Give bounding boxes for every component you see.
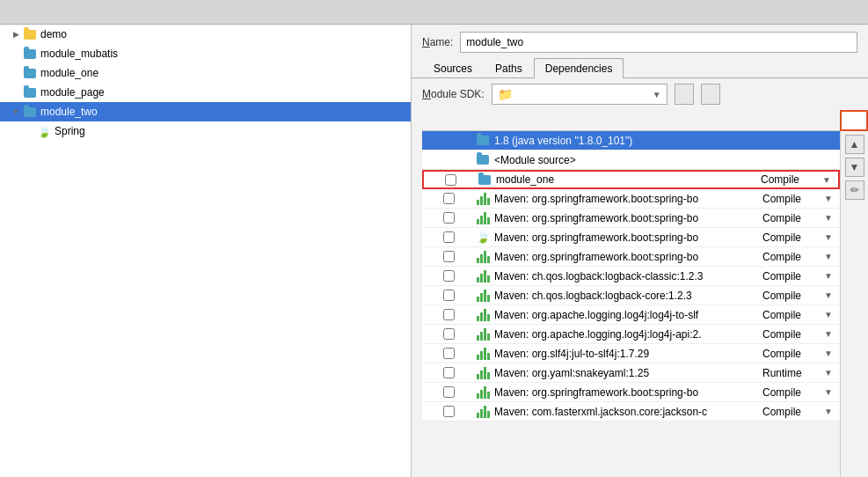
- dep-export-checkbox[interactable]: [422, 367, 475, 378]
- project-tree: ▶demomodule_mubatismodule_onemodule_page…: [0, 25, 412, 477]
- dependencies-area: 1.8 (java version "1.8.0_101")<Module so…: [422, 110, 868, 477]
- dep-export-checkbox[interactable]: [422, 193, 475, 204]
- dep-row[interactable]: Maven: com.fasterxml.jackson.core:jackso…: [422, 402, 840, 422]
- dep-row[interactable]: Maven: ch.qos.logback:logback-classic:1.…: [422, 267, 840, 286]
- dep-export-checkbox[interactable]: [422, 251, 475, 262]
- dep-scope-arrow[interactable]: ▼: [824, 368, 840, 378]
- dep-name: Maven: com.fasterxml.jackson.core:jackso…: [494, 406, 762, 418]
- dep-export-checkbox[interactable]: [422, 328, 475, 340]
- dep-scope-arrow[interactable]: ▼: [824, 407, 840, 416]
- dep-scope-arrow[interactable]: ▼: [824, 213, 840, 223]
- tree-item-module_two[interactable]: ▼module_two: [0, 102, 411, 121]
- tree-item-label: module_page: [40, 86, 105, 99]
- dep-name: Maven: org.springframework.boot:spring-b…: [494, 212, 762, 224]
- sdk-edit-button[interactable]: [701, 84, 720, 105]
- tree-item-label: Spring: [55, 125, 85, 137]
- dep-row[interactable]: Maven: org.yaml:snakeyaml:1.25Runtime▼: [422, 363, 840, 383]
- tree-item-module_page[interactable]: module_page: [0, 83, 411, 102]
- dep-scope-arrow[interactable]: ▼: [824, 290, 840, 300]
- tab-dependencies[interactable]: Dependencies: [534, 58, 624, 78]
- edit-dep-button[interactable]: ✏: [845, 180, 864, 200]
- module-icon: [23, 105, 37, 119]
- dep-scope-arrow[interactable]: ▼: [824, 252, 840, 261]
- sdk-label: Module SDK:: [422, 88, 485, 100]
- dep-scope-arrow[interactable]: ▼: [824, 194, 840, 203]
- dep-scope-arrow[interactable]: ▼: [824, 232, 840, 242]
- top-bar: [0, 0, 868, 25]
- dep-scope: Compile: [762, 290, 824, 302]
- tab-sources[interactable]: Sources: [422, 58, 484, 78]
- dep-row[interactable]: Maven: org.apache.logging.log4j:log4j-ap…: [422, 325, 840, 344]
- dep-export-checkbox[interactable]: [422, 386, 475, 398]
- deps-list-container: 1.8 (java version "1.8.0_101")<Module so…: [422, 131, 868, 477]
- tree-item-spring[interactable]: 🍃Spring: [0, 121, 411, 141]
- dep-export-checkbox[interactable]: [422, 270, 475, 282]
- tree-item-demo[interactable]: ▶demo: [0, 25, 411, 44]
- tree-item-module_one[interactable]: module_one: [0, 63, 411, 83]
- sdk-dropdown-arrow: ▼: [653, 90, 661, 99]
- dep-row[interactable]: Maven: org.slf4j:jul-to-slf4j:1.7.29Comp…: [422, 344, 840, 363]
- tree-item-module_mubatis[interactable]: module_mubatis: [0, 44, 411, 63]
- add-dependency-button[interactable]: [840, 110, 868, 131]
- maven-dep-icon: [475, 268, 491, 284]
- tab-paths[interactable]: Paths: [484, 58, 534, 78]
- sdk-select[interactable]: 📁 ▼: [492, 84, 667, 105]
- tabs-row: SourcesPathsDependencies: [412, 58, 868, 78]
- dep-row[interactable]: Maven: org.springframework.boot:spring-b…: [422, 209, 840, 228]
- dep-row[interactable]: Maven: org.apache.logging.log4j:log4j-to…: [422, 305, 840, 325]
- dep-scope: Compile: [762, 406, 824, 418]
- chevron-icon: [11, 87, 21, 98]
- maven-dep-icon: [475, 191, 491, 207]
- dep-row[interactable]: 🍃Maven: org.springframework.boot:spring-…: [422, 228, 840, 247]
- dep-export-checkbox[interactable]: [422, 406, 475, 417]
- dep-scope-arrow[interactable]: ▼: [824, 349, 840, 358]
- dep-scope-arrow[interactable]: ▼: [824, 329, 840, 339]
- maven-dep-icon: [475, 288, 491, 304]
- name-input[interactable]: [460, 32, 857, 53]
- module-icon: [23, 85, 37, 99]
- dep-row[interactable]: Maven: org.springframework.boot:spring-b…: [422, 247, 840, 267]
- dep-name: Maven: org.springframework.boot:spring-b…: [494, 386, 762, 399]
- dep-row[interactable]: Maven: ch.qos.logback:logback-core:1.2.3…: [422, 286, 840, 305]
- dep-row[interactable]: Maven: org.springframework.boot:spring-b…: [422, 383, 840, 402]
- dep-row[interactable]: 1.8 (java version "1.8.0_101"): [422, 131, 840, 150]
- dep-export-checkbox[interactable]: [422, 212, 475, 224]
- maven-dep-icon: [475, 307, 491, 323]
- dep-scope-arrow[interactable]: ▼: [824, 271, 840, 281]
- tree-item-label: module_two: [40, 106, 98, 118]
- right-panel: Name: SourcesPathsDependencies Module SD…: [412, 25, 868, 477]
- module-dep-icon: [477, 172, 492, 187]
- dep-row[interactable]: <Module source>: [422, 150, 840, 170]
- move-up-button[interactable]: ▲: [845, 135, 864, 154]
- spring-icon: 🍃: [37, 124, 51, 138]
- dep-scope: Compile: [762, 251, 824, 263]
- dep-export-checkbox[interactable]: [422, 348, 475, 359]
- dep-scope-arrow[interactable]: ▼: [824, 387, 840, 397]
- dep-export-checkbox[interactable]: [422, 309, 475, 320]
- copy-button[interactable]: [44, 5, 58, 19]
- dep-scope: Compile: [762, 386, 824, 399]
- dep-scope-arrow[interactable]: ▼: [824, 310, 840, 319]
- dep-export-checkbox[interactable]: [424, 174, 477, 186]
- remove-button[interactable]: [25, 5, 39, 19]
- dep-scope: Runtime: [762, 367, 824, 379]
- dep-scope: Compile: [762, 328, 824, 341]
- dep-scope-arrow[interactable]: ▼: [822, 175, 838, 185]
- deps-list: 1.8 (java version "1.8.0_101")<Module so…: [422, 131, 840, 477]
- dep-name: Maven: ch.qos.logback:logback-classic:1.…: [494, 270, 762, 283]
- tree-item-label: demo: [40, 28, 67, 40]
- chevron-icon: [25, 126, 35, 136]
- dep-export-checkbox[interactable]: [422, 290, 475, 301]
- dep-row[interactable]: Maven: org.springframework.boot:spring-b…: [422, 189, 840, 209]
- dep-export-checkbox[interactable]: [422, 231, 475, 243]
- add-button[interactable]: [5, 5, 19, 19]
- dep-name: <Module source>: [494, 154, 778, 166]
- dep-row[interactable]: module_oneCompile▼: [422, 170, 840, 189]
- dep-scope: Compile: [762, 231, 824, 244]
- sdk-new-button[interactable]: [675, 84, 694, 105]
- chevron-icon: [11, 48, 21, 59]
- name-row: Name:: [412, 25, 868, 58]
- move-down-button[interactable]: ▼: [845, 158, 864, 177]
- dep-name: Maven: org.apache.logging.log4j:log4j-to…: [494, 309, 762, 321]
- dep-scope: Compile: [762, 270, 824, 283]
